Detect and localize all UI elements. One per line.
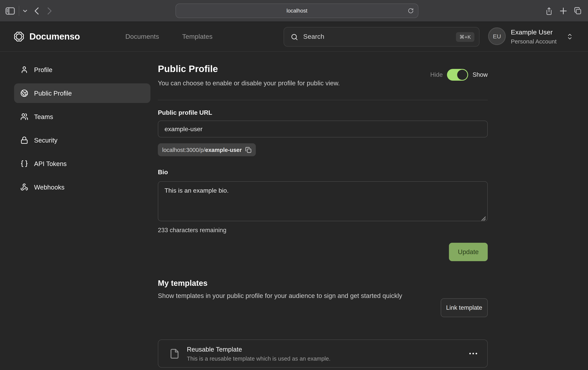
toggle-show-label: Show — [472, 71, 488, 78]
lock-icon — [20, 136, 28, 144]
update-button[interactable]: Update — [449, 243, 488, 261]
visibility-toggle-group: Hide Show — [430, 69, 488, 81]
avatar[interactable]: EU — [488, 27, 506, 45]
template-more-menu-icon[interactable] — [468, 350, 478, 357]
template-card: Reusable Template This is a reusable tem… — [158, 339, 488, 368]
sidebar-item-webhooks[interactable]: Webhooks — [14, 177, 150, 197]
brand-name: Documenso — [29, 31, 80, 42]
copy-icon[interactable] — [245, 147, 252, 153]
section-divider — [158, 100, 488, 100]
sidebar-item-teams[interactable]: Teams — [14, 107, 150, 126]
sidebar-item-profile[interactable]: Profile — [14, 60, 150, 80]
bio-textarea[interactable]: This is an example bio. — [158, 181, 488, 221]
address-bar[interactable]: localhost — [176, 3, 418, 18]
search-icon — [291, 33, 298, 41]
app-header: Documenso Documents Templates Search ⌘+K… — [0, 22, 588, 52]
sidebar-item-label: Security — [34, 136, 57, 144]
sidebar-item-security[interactable]: Security — [14, 130, 150, 150]
share-icon[interactable] — [545, 7, 553, 15]
file-icon — [169, 348, 180, 359]
forward-icon[interactable] — [47, 7, 52, 15]
user-name: Example User — [511, 29, 553, 36]
avatar-initials: EU — [493, 33, 501, 40]
template-description: This is a reusable template which is use… — [187, 355, 468, 362]
sidebar-toggle-icon[interactable] — [5, 7, 15, 15]
user-icon — [20, 66, 28, 74]
chars-remaining: 233 characters remaining — [158, 227, 226, 234]
page-title: Public Profile — [158, 63, 218, 74]
globe-icon — [20, 89, 28, 97]
bio-label: Bio — [158, 169, 168, 176]
search-input[interactable]: Search ⌘+K — [284, 27, 480, 47]
toggle-hide-label: Hide — [430, 71, 443, 78]
nav-documents[interactable]: Documents — [125, 33, 159, 41]
switch-knob — [457, 70, 467, 80]
browser-toolbar: localhost — [0, 0, 588, 22]
brand[interactable]: Documenso — [13, 31, 80, 43]
my-templates-title: My templates — [158, 279, 207, 288]
search-placeholder: Search — [303, 33, 456, 41]
braces-icon — [20, 160, 28, 168]
profile-url-prefix: localhost:3000/p/ — [162, 147, 205, 153]
chevron-down-icon[interactable] — [23, 10, 27, 12]
public-profile-url-label: Public profile URL — [158, 109, 212, 116]
sidebar-item-label: API Tokens — [34, 160, 67, 167]
sidebar-item-label: Teams — [34, 113, 53, 120]
chevrons-up-down-icon[interactable] — [567, 33, 573, 40]
screen: localhost — [0, 0, 588, 370]
webhook-icon — [20, 183, 28, 191]
template-card-texts: Reusable Template This is a reusable tem… — [187, 346, 468, 362]
new-tab-icon[interactable] — [560, 7, 567, 14]
public-profile-url-input[interactable] — [158, 121, 488, 137]
address-bar-url: localhost — [176, 4, 418, 18]
textarea-resize-handle[interactable] — [482, 216, 486, 221]
link-template-button[interactable]: Link template — [441, 298, 488, 317]
profile-url-copy-chip[interactable]: localhost:3000/p/example-user — [158, 143, 256, 156]
toolbar-divider — [19, 6, 19, 16]
nav-templates[interactable]: Templates — [182, 33, 212, 41]
tab-overview-icon[interactable] — [574, 7, 582, 15]
page-description: You can choose to enable or disable your… — [158, 80, 340, 87]
settings-sidebar: Profile Public Profile Teams — [14, 60, 150, 201]
template-title: Reusable Template — [187, 346, 468, 353]
search-shortcut-badge: ⌘+K — [456, 32, 474, 42]
user-account-type: Personal Account — [511, 38, 557, 45]
profile-url-slug: example-user — [205, 147, 242, 153]
documenso-logo-icon — [13, 31, 25, 43]
sidebar-item-label: Webhooks — [34, 184, 64, 191]
my-templates-description: Show templates in your public profile fo… — [158, 290, 428, 301]
sidebar-item-label: Public Profile — [34, 90, 72, 97]
sidebar-item-api-tokens[interactable]: API Tokens — [14, 154, 150, 174]
reload-icon[interactable] — [408, 8, 414, 14]
back-icon[interactable] — [34, 7, 39, 15]
users-icon — [20, 113, 28, 121]
profile-visibility-switch[interactable] — [447, 69, 468, 81]
sidebar-item-public-profile[interactable]: Public Profile — [14, 83, 150, 103]
sidebar-item-label: Profile — [34, 66, 52, 73]
